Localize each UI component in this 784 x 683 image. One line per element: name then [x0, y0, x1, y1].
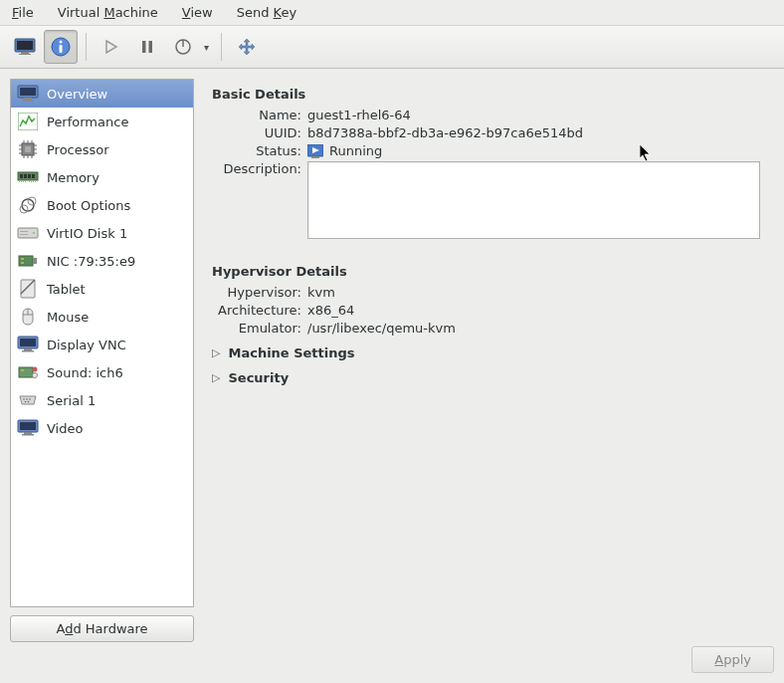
svg-rect-64: [22, 350, 34, 352]
sidebar-item-nic-79-35-e9[interactable]: NIC :79:35:e9: [11, 247, 193, 275]
svg-rect-20: [25, 146, 31, 152]
power-button[interactable]: [166, 30, 200, 64]
sidebar-item-label: Overview: [47, 87, 107, 102]
menu-send-key[interactable]: Send Key: [233, 3, 300, 22]
svg-rect-45: [35, 180, 36, 182]
svg-marker-7: [106, 41, 116, 53]
svg-rect-53: [19, 256, 33, 266]
menu-file[interactable]: File: [8, 3, 38, 22]
sidebar-item-boot-options[interactable]: Boot Options: [11, 191, 193, 219]
sidebar-item-sound-ich6[interactable]: Sound: ich6: [11, 358, 193, 386]
sidebar-item-performance[interactable]: Performance: [11, 108, 193, 135]
fullscreen-button[interactable]: [230, 30, 264, 64]
svg-rect-34: [20, 174, 23, 178]
name-value: guest1-rhel6-64: [307, 108, 760, 122]
uuid-value: b8d7388a-bbf2-db3a-e962-b97ca6e514bd: [307, 125, 760, 140]
description-label: Description:: [212, 161, 307, 176]
sidebar-item-label: Boot Options: [47, 198, 130, 213]
chevron-down-icon: ▾: [200, 42, 213, 53]
sidebar-item-video[interactable]: Video: [11, 414, 193, 442]
sidebar-item-label: Serial 1: [47, 393, 96, 408]
svg-rect-77: [22, 434, 34, 436]
svg-rect-40: [23, 180, 24, 182]
machine-settings-expander[interactable]: ▷ Machine Settings: [212, 345, 760, 360]
menu-virtual-machine[interactable]: Virtual Machine: [54, 3, 162, 22]
toolbar-separator: [86, 33, 87, 61]
svg-rect-80: [311, 156, 319, 158]
monitor-icon: [17, 418, 39, 438]
emulator-value: /usr/libexec/qemu-kvm: [307, 321, 760, 336]
svg-point-67: [33, 367, 38, 372]
svg-rect-8: [142, 41, 146, 53]
content-area: OverviewPerformanceProcessorMemoryBoot O…: [0, 69, 784, 652]
svg-rect-37: [32, 174, 35, 178]
sidebar-item-label: Performance: [47, 114, 128, 129]
svg-rect-6: [60, 45, 63, 53]
basic-details-title: Basic Details: [212, 87, 760, 102]
svg-rect-14: [24, 98, 32, 100]
hypervisor-value: kvm: [307, 285, 760, 300]
svg-rect-76: [24, 432, 32, 434]
footer: Apply: [0, 636, 784, 683]
svg-rect-62: [20, 339, 36, 346]
sidebar-item-virtio-disk-1[interactable]: VirtIO Disk 1: [11, 219, 193, 247]
console-button[interactable]: [8, 30, 42, 64]
security-expander[interactable]: ▷ Security: [212, 370, 760, 385]
status-label: Status:: [212, 143, 307, 158]
serial-icon: [17, 390, 39, 410]
run-button[interactable]: [95, 30, 128, 64]
power-menu[interactable]: ▾: [166, 30, 213, 64]
cpu-icon: [17, 139, 39, 159]
disk-icon: [17, 223, 39, 243]
toolbar-separator: [221, 33, 222, 61]
sidebar-item-label: Memory: [47, 170, 99, 185]
svg-rect-52: [20, 234, 28, 235]
sidebar-item-processor[interactable]: Processor: [11, 135, 193, 163]
monitor-icon: [17, 335, 39, 354]
sidebar-item-overview[interactable]: Overview: [11, 80, 193, 108]
tablet-icon: [17, 279, 39, 299]
svg-rect-36: [28, 174, 31, 178]
mouse-icon: [17, 307, 39, 327]
sidebar-item-label: NIC :79:35:e9: [47, 254, 135, 269]
svg-rect-39: [21, 180, 22, 182]
running-icon: [307, 144, 323, 158]
svg-rect-1: [17, 41, 33, 50]
hypervisor-label: Hypervisor:: [212, 285, 307, 300]
svg-point-5: [60, 41, 63, 44]
svg-rect-16: [18, 113, 38, 130]
architecture-label: Architecture:: [212, 303, 307, 318]
toolbar: ▾: [0, 25, 784, 69]
svg-rect-41: [25, 180, 26, 182]
nic-icon: [17, 251, 39, 271]
status-value: Running: [307, 143, 760, 158]
sidebar-item-memory[interactable]: Memory: [11, 163, 193, 191]
sidebar-item-tablet[interactable]: Tablet: [11, 275, 193, 303]
main-panel: Basic Details Name: guest1-rhel6-64 UUID…: [204, 79, 774, 642]
sidebar-item-label: Mouse: [47, 310, 89, 325]
emulator-label: Emulator:: [212, 321, 307, 336]
name-label: Name:: [212, 108, 307, 122]
svg-point-71: [29, 398, 31, 400]
sidebar-item-serial-1[interactable]: Serial 1: [11, 386, 193, 414]
hardware-list[interactable]: OverviewPerformanceProcessorMemoryBoot O…: [10, 79, 194, 607]
svg-rect-55: [21, 258, 24, 260]
apply-button[interactable]: Apply: [691, 646, 774, 673]
pause-button[interactable]: [130, 30, 164, 64]
sidebar-item-label: Display VNC: [47, 338, 126, 352]
sidebar-item-display-vnc[interactable]: Display VNC: [11, 331, 193, 358]
sound-icon: [17, 362, 39, 382]
menu-view[interactable]: View: [178, 3, 217, 22]
svg-point-50: [33, 232, 35, 234]
svg-rect-35: [24, 174, 27, 178]
svg-rect-13: [20, 88, 36, 96]
triangle-right-icon: ▷: [212, 371, 220, 384]
svg-rect-54: [33, 258, 37, 264]
perf-icon: [17, 112, 39, 131]
details-button[interactable]: [44, 30, 78, 64]
hypervisor-details-title: Hypervisor Details: [212, 264, 760, 279]
sidebar-item-mouse[interactable]: Mouse: [11, 303, 193, 331]
svg-rect-42: [29, 180, 30, 182]
description-input[interactable]: [307, 161, 760, 239]
sidebar-item-label: Video: [47, 421, 83, 436]
